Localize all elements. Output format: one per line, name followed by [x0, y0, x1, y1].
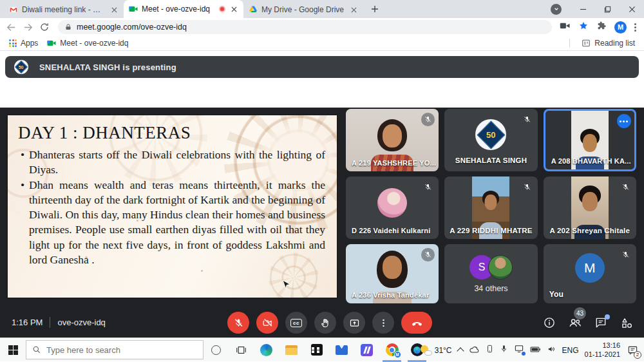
tab-close-icon[interactable] [349, 5, 358, 14]
new-tab-button[interactable] [367, 1, 383, 17]
reading-list-label: Reading list [594, 39, 635, 48]
browser-address-bar: meet.google.com/ove-ozve-idq M [0, 18, 644, 36]
extensions-puzzle-icon[interactable] [596, 21, 607, 33]
windows-logo-icon [8, 345, 18, 355]
tray-expand-icon[interactable] [457, 347, 464, 354]
chat-button[interactable] [594, 316, 608, 330]
language-indicator[interactable]: ENG [562, 346, 579, 355]
cortana-button[interactable] [204, 338, 229, 362]
activities-button[interactable] [620, 316, 634, 330]
mail-button[interactable] [329, 338, 354, 362]
participant-tile-others[interactable]: S 34 others [444, 244, 537, 303]
search-input[interactable] [46, 345, 175, 355]
meet-page-top: 50 SNEHALATA SINGH is presenting [0, 51, 644, 108]
edge-button[interactable] [254, 338, 279, 362]
mail-icon [336, 345, 348, 355]
presented-slide: DAY 1 : DHANTERAS Dhanteras starts off t… [6, 114, 338, 299]
reading-list-icon [582, 39, 591, 48]
window-minimize-button[interactable] [571, 0, 595, 18]
windows-taskbar: M 31°C ENG 13:16 01-11-2021 2 [0, 338, 644, 361]
forward-icon[interactable] [22, 21, 33, 33]
bookmark-star-icon[interactable] [578, 21, 589, 33]
participant-name: A 236 Vrisha Tandekar [352, 291, 429, 299]
weather-icon [421, 345, 431, 356]
end-call-button[interactable] [401, 312, 432, 334]
captions-button[interactable]: cc [285, 312, 307, 334]
media-camera-icon[interactable] [560, 21, 571, 33]
tab-title: Meet - ove-ozve-idq [142, 5, 215, 14]
mic-off-icon [619, 248, 632, 262]
weather-widget[interactable]: 31°C [421, 345, 452, 356]
mic-toggle-button[interactable] [227, 312, 249, 334]
present-button[interactable] [343, 312, 365, 334]
tile-options-button[interactable] [617, 114, 631, 128]
task-view-button[interactable] [229, 338, 254, 362]
participant-name: A 219 YASHSHREE YO... [352, 159, 436, 167]
chrome-button[interactable]: M [379, 338, 404, 362]
you-avatar: M [575, 253, 605, 283]
participant-tile-riddhi[interactable]: A 229 RIDDHI MHATRE [444, 176, 537, 239]
task-view-icon [236, 345, 247, 356]
meeting-details-button[interactable] [542, 316, 556, 330]
window-close-button[interactable] [620, 0, 644, 18]
file-explorer-button[interactable] [279, 338, 304, 362]
participant-tile-shreyan[interactable]: A 202 Shreyan Chitale [544, 176, 636, 239]
gmail-icon [9, 5, 18, 14]
school-logo: 50 [14, 60, 28, 74]
reading-list-button[interactable]: Reading list [579, 39, 638, 48]
your-phone-icon[interactable] [486, 344, 494, 356]
participant-tile-you[interactable]: M You [544, 244, 636, 303]
presenting-banner: 50 SNEHALATA SINGH is presenting [5, 56, 639, 78]
participants-button[interactable]: 43 [568, 316, 582, 330]
url-text: meet.google.com/ove-ozve-idq [77, 23, 187, 32]
participant-tile-bhavarth[interactable]: A 208 BHAVARTH KA... [544, 109, 636, 171]
file-explorer-icon [285, 345, 298, 355]
tab-meet-active[interactable]: Meet - ove-ozve-idq [124, 0, 243, 18]
url-omnibox[interactable]: meet.google.com/ove-ozve-idq [58, 20, 552, 34]
slide-bullet: Dhan means wealth and teras means thirte… [21, 178, 325, 268]
browser-menu-icon[interactable] [634, 23, 636, 32]
camera-toggle-button[interactable] [256, 312, 278, 334]
battery-icon[interactable] [530, 345, 541, 356]
onedrive-cloud-icon[interactable] [469, 345, 480, 356]
slide-body: Dhanteras starts off the Diwali celebrat… [21, 148, 325, 267]
tab-drive[interactable]: My Drive - Google Drive [243, 1, 363, 18]
more-options-button[interactable] [372, 312, 394, 334]
system-tray: 31°C ENG 13:16 01-11-2021 2 [421, 338, 639, 362]
participant-tile-snehalata[interactable]: 50 SNEHALATA SINGH [444, 109, 537, 171]
window-maximize-button[interactable] [595, 0, 620, 18]
slide-title: DAY 1 : DHANTERAS [18, 123, 337, 143]
raise-hand-button[interactable] [314, 312, 336, 334]
taskbar-clock[interactable]: 13:16 01-11-2021 [585, 341, 620, 359]
window-profile-icon[interactable] [551, 4, 562, 15]
start-button[interactable] [0, 338, 26, 362]
bookmarks-bar: Apps Meet - ove-ozve-idq Reading list [0, 36, 644, 51]
microsoft-store-button[interactable] [304, 338, 329, 362]
back-icon[interactable] [5, 21, 17, 33]
cast-display-icon[interactable] [514, 344, 524, 356]
search-icon [32, 345, 41, 354]
action-center-button[interactable]: 2 [626, 344, 639, 357]
tab-gmail[interactable]: Diwali meeting link - mamthared [4, 1, 124, 18]
tab-close-icon[interactable] [229, 5, 238, 14]
participant-tile-yashshree[interactable]: A 219 YASHSHREE YO... [346, 109, 439, 171]
browser-profile-avatar[interactable]: M [614, 21, 627, 33]
divider [569, 39, 570, 48]
participant-name: You [549, 290, 564, 299]
taskbar-search[interactable] [26, 340, 204, 359]
participant-tile-vrisha[interactable]: A 236 Vrisha Tandekar [346, 244, 439, 303]
store-icon [311, 344, 323, 356]
slide-bullet: Dhanteras starts off the Diwali celebrat… [21, 148, 325, 178]
purple-app-button[interactable] [354, 338, 379, 362]
chat-notification-dot [605, 314, 610, 319]
panel-controls: 43 [542, 316, 634, 330]
apps-shortcut[interactable]: Apps [6, 39, 41, 48]
participant-tile-vaidehi[interactable]: D 226 Vaidehi Kulkarni [346, 176, 439, 239]
participant-name: 34 others [474, 284, 507, 293]
lock-icon [64, 23, 72, 31]
reload-icon[interactable] [39, 21, 50, 33]
bookmark-meet[interactable]: Meet - ove-ozve-idq [44, 39, 131, 48]
volume-icon[interactable] [547, 345, 556, 356]
tab-close-icon[interactable] [109, 5, 118, 14]
microphone-tray-icon[interactable] [500, 344, 508, 356]
